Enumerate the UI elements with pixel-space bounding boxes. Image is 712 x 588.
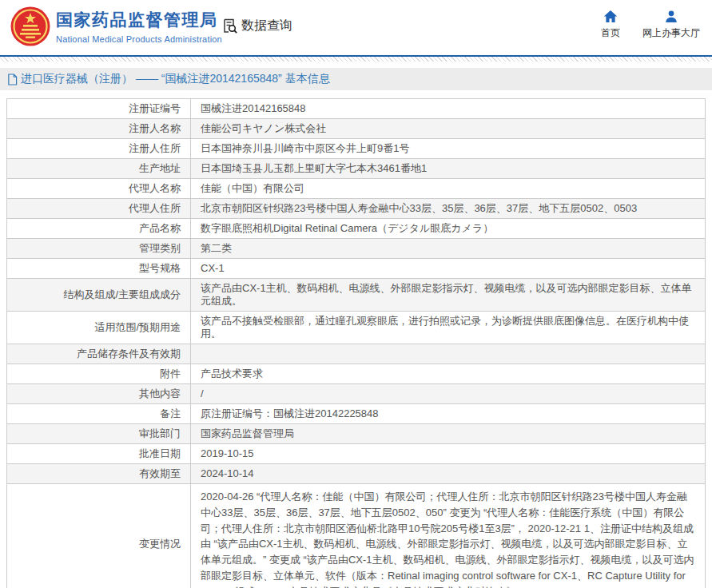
row-value: 国家药品监督管理局: [191, 424, 706, 444]
nav-online-hall[interactable]: 网上办事大厅: [635, 10, 707, 40]
row-value: 产品技术要求: [191, 364, 706, 384]
row-value: 佳能（中国）有限公司: [191, 179, 706, 199]
row-label: 型号规格: [7, 259, 191, 279]
row-value: 2020-04-26 “代理人名称：佳能（中国）有限公司；代理人住所：北京市朝阳…: [191, 484, 706, 588]
row-value: 日本国神奈川县川崎市中原区今井上町9番1号: [191, 139, 706, 159]
table-row-agent-address: 代理人住所 北京市朝阳区针织路23号楼中国人寿金融中心33层、35层、36层、3…: [7, 199, 706, 219]
row-label: 变更情况: [7, 484, 191, 588]
home-icon: [603, 10, 618, 23]
user-icon: [664, 10, 678, 23]
row-label: 注册人名称: [7, 119, 191, 139]
table-row-reg-number: 注册证编号 国械注进20142165848: [7, 99, 706, 119]
row-label: 生产地址: [7, 159, 191, 179]
row-label: 适用范围/预期用途: [7, 312, 191, 344]
row-label: 代理人住所: [7, 199, 191, 219]
row-label: 产品名称: [7, 219, 191, 239]
table-row-approval-date: 批准日期 2019-10-15: [7, 444, 706, 464]
row-label: 有效期至: [7, 464, 191, 484]
row-label: 产品储存条件及有效期: [7, 344, 191, 364]
site-header: 国家药品监督管理局 National Medical Products Admi…: [0, 0, 712, 55]
table-row-registrant-address: 注册人住所 日本国神奈川县川崎市中原区今井上町9番1号: [7, 139, 706, 159]
table-row-attachment: 附件 产品技术要求: [7, 364, 706, 384]
row-label: 其他内容: [7, 384, 191, 404]
china-national-emblem-logo: [10, 6, 50, 46]
row-label: 结构及组成/主要组成成分: [7, 279, 191, 312]
table-row-product-name: 产品名称 数字眼底照相机Digital Retinal Camera（デジタル眼…: [7, 219, 706, 239]
row-label: 批准日期: [7, 444, 191, 464]
row-value: 该产品不接触受检眼部，通过瞳孔观察眼底，进行拍照或记录，为诊断提供眼底图像信息。…: [191, 312, 706, 344]
table-row-structure: 结构及组成/主要组成成分 该产品由CX-1主机、数码相机、电源线、外部眼定影指示…: [7, 279, 706, 312]
page-icon: [7, 74, 18, 85]
row-label: 管理类别: [7, 239, 191, 259]
site-subtitle: National Medical Products Administration: [56, 34, 222, 44]
breadcrumb-label: 进口医疗器械（注册） —— “国械注进20142165848” 基本信息: [21, 72, 330, 86]
site-brand: 国家药品监督管理局 National Medical Products Admi…: [56, 9, 222, 44]
row-label: 审批部门: [7, 424, 191, 444]
document-search-icon: [221, 18, 238, 34]
data-query-label: 数据查询: [241, 18, 292, 34]
nav-home-label: 首页: [601, 26, 620, 40]
row-value: 第二类: [191, 239, 706, 259]
row-value: 该产品由CX-1主机、数码相机、电源线、外部眼定影指示灯、视频电缆，以及可选内部…: [191, 279, 706, 312]
nav-hall-label: 网上办事大厅: [642, 26, 700, 40]
row-value: 原注册证编号：国械注进20142225848: [191, 404, 706, 424]
table-row-valid-until: 有效期至 2024-10-14: [7, 464, 706, 484]
table-row-other-content: 其他内容 /: [7, 384, 706, 404]
row-value: 佳能公司キヤノン株式会社: [191, 119, 706, 139]
table-row-change-history: 变更情况 2020-04-26 “代理人名称：佳能（中国）有限公司；代理人住所：…: [7, 484, 706, 588]
row-label: 注册证编号: [7, 99, 191, 119]
row-value: 日本国埼玉县儿玉郡上里町大字七本木3461番地1: [191, 159, 706, 179]
row-value: 国械注进20142165848: [191, 99, 706, 119]
row-label: 代理人名称: [7, 179, 191, 199]
table-row-registrant-name: 注册人名称 佳能公司キヤノン株式会社: [7, 119, 706, 139]
row-value: 北京市朝阳区针织路23号楼中国人寿金融中心33层、35层、36层、37层、地下五…: [191, 199, 706, 219]
row-label: 备注: [7, 404, 191, 424]
row-value: 数字眼底照相机Digital Retinal Camera（デジタル眼底カメラ）: [191, 219, 706, 239]
row-label: 附件: [7, 364, 191, 384]
row-value: [191, 344, 706, 364]
row-label: 注册人住所: [7, 139, 191, 159]
table-row-remarks: 备注 原注册证编号：国械注进20142225848: [7, 404, 706, 424]
breadcrumb-bar: 进口医疗器械（注册） —— “国械注进20142165848” 基本信息: [0, 68, 712, 90]
table-row-storage-validity: 产品储存条件及有效期: [7, 344, 706, 364]
registration-info-table: 注册证编号 国械注进20142165848 注册人名称 佳能公司キヤノン株式会社…: [6, 98, 706, 588]
table-row-production-address: 生产地址 日本国埼玉县儿玉郡上里町大字七本木3461番地1: [7, 159, 706, 179]
row-value: 2024-10-14: [191, 464, 706, 484]
site-title: 国家药品监督管理局: [56, 9, 222, 31]
row-value: /: [191, 384, 706, 404]
table-row-model-spec: 型号规格 CX-1: [7, 259, 706, 279]
nav-home[interactable]: 首页: [592, 10, 629, 40]
table-row-intended-use: 适用范围/预期用途 该产品不接触受检眼部，通过瞳孔观察眼底，进行拍照或记录，为诊…: [7, 312, 706, 344]
table-row-management-category: 管理类别 第二类: [7, 239, 706, 259]
table-row-agent-name: 代理人名称 佳能（中国）有限公司: [7, 179, 706, 199]
data-query-tab[interactable]: 数据查询: [221, 18, 292, 34]
row-value: 2019-10-15: [191, 444, 706, 464]
header-hatch-strip: [0, 57, 712, 62]
table-row-approval-department: 审批部门 国家药品监督管理局: [7, 424, 706, 444]
row-value: CX-1: [191, 259, 706, 279]
